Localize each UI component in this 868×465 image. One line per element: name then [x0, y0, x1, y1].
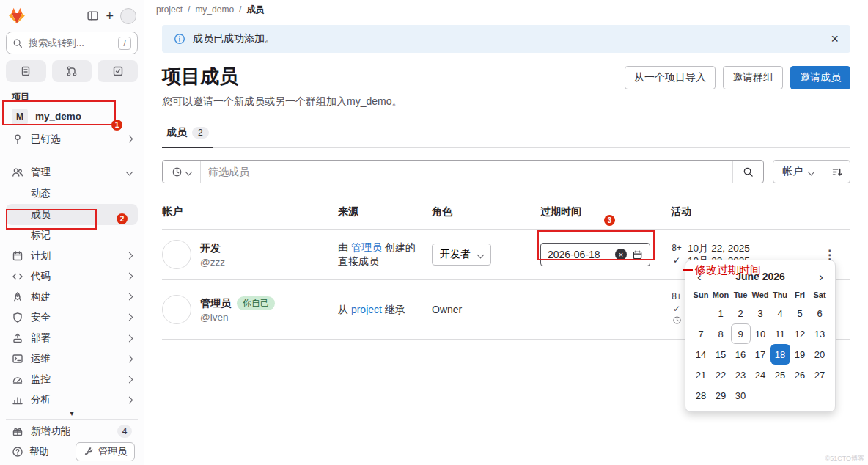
day-cell[interactable]: 8: [711, 323, 731, 344]
weekday-label: Thu: [770, 287, 790, 303]
day-cell[interactable]: 3: [751, 303, 770, 323]
sidebar-item-build[interactable]: 构建: [6, 287, 138, 307]
filter-input-group: [162, 160, 764, 183]
filter-members-input[interactable]: [201, 161, 732, 183]
annotation-pointer-line: [683, 269, 693, 271]
day-cell[interactable]: 20: [810, 344, 830, 365]
filter-search-button[interactable]: [732, 161, 763, 183]
day-cell[interactable]: 12: [790, 323, 810, 344]
import-from-project-button[interactable]: 从一个项目导入: [625, 66, 716, 89]
day-cell[interactable]: 17: [751, 344, 770, 365]
sidebar-item-code[interactable]: 代码: [6, 266, 138, 287]
chevron-right-icon: [126, 136, 133, 143]
day-cell[interactable]: 28: [691, 385, 711, 406]
day-cell[interactable]: 22: [711, 365, 731, 385]
sidebar-item-plan[interactable]: 计划: [6, 246, 138, 266]
day-cell[interactable]: 26: [790, 365, 810, 385]
day-cell[interactable]: 13: [810, 323, 830, 344]
day-cell[interactable]: 25: [770, 365, 790, 385]
day-cell[interactable]: 24: [751, 365, 770, 385]
source-link[interactable]: project: [351, 304, 382, 315]
expiry-date-input[interactable]: 2026-06-18 ×: [540, 243, 650, 266]
whats-new-item[interactable]: 新增功能 4: [6, 421, 138, 442]
invite-member-button[interactable]: 邀请成员: [790, 66, 850, 89]
day-cell[interactable]: 29: [711, 385, 731, 406]
clear-date-icon[interactable]: ×: [615, 249, 627, 260]
day-cell[interactable]: 2: [731, 303, 751, 323]
day-cell[interactable]: 4: [770, 303, 790, 323]
sidebar-item-activity[interactable]: 动态: [6, 183, 138, 204]
tab-members[interactable]: 成员 2: [162, 119, 213, 148]
day-cell[interactable]: 11: [770, 323, 790, 344]
day-cell[interactable]: 19: [790, 344, 810, 365]
day-cell[interactable]: 16: [731, 344, 751, 365]
tabs-bar: 成员 2: [162, 119, 850, 148]
breadcrumb-project[interactable]: project: [156, 4, 183, 15]
wrench-icon: [84, 447, 94, 457]
account-sort-dropdown[interactable]: 帐户: [773, 161, 823, 183]
deploy-label: 部署: [31, 332, 51, 345]
create-new-button[interactable]: +: [106, 10, 114, 23]
help-item[interactable]: 帮助: [12, 445, 49, 458]
annotation-badge-3: 3: [604, 215, 615, 226]
invite-group-button[interactable]: 邀请群组: [723, 66, 783, 89]
role-dropdown[interactable]: 开发者: [432, 244, 491, 266]
role-label: 开发者: [440, 248, 471, 261]
sidebar-item-analyze[interactable]: 分析: [6, 389, 138, 410]
day-cell[interactable]: 6: [810, 303, 830, 323]
rocket-icon: [12, 291, 23, 303]
search-placeholder-text: 搜索或转到...: [29, 37, 84, 50]
project-name-label: my_demo: [35, 111, 81, 122]
gift-icon: [12, 425, 23, 437]
day-cell[interactable]: 27: [810, 365, 830, 385]
day-cell[interactable]: 15: [711, 344, 731, 365]
day-cell[interactable]: 14: [691, 344, 711, 365]
source-link[interactable]: 管理员: [351, 241, 382, 253]
source-text: 由: [338, 241, 351, 253]
todo-shortcut-button[interactable]: [98, 60, 138, 82]
alert-close-icon[interactable]: ×: [831, 32, 839, 45]
merge-requests-shortcut-button[interactable]: [52, 60, 92, 82]
admin-area-button[interactable]: 管理员: [76, 442, 135, 461]
breadcrumb-my-demo[interactable]: my_demo: [195, 4, 234, 15]
issues-icon: [20, 65, 32, 77]
table-header-row: 帐户 来源 角色 过期时间 活动: [162, 195, 850, 230]
calendar-grid: SunMonTueWedThuFriSat1234567891011121314…: [691, 287, 829, 406]
sidebar-item-pinned[interactable]: 已钉选: [6, 128, 138, 150]
day-cell[interactable]: 9: [731, 323, 751, 344]
sidebar-item-operate[interactable]: 运维: [6, 348, 138, 369]
weekday-label: Mon: [711, 287, 731, 303]
day-cell-empty: [810, 385, 830, 406]
member-name[interactable]: 开发: [200, 242, 221, 255]
issues-shortcut-button[interactable]: [6, 60, 46, 82]
day-cell[interactable]: 18: [770, 344, 790, 365]
day-cell[interactable]: 23: [731, 365, 751, 385]
admin-label: 管理员: [98, 445, 127, 458]
calendar-icon[interactable]: [632, 249, 643, 260]
global-search-input[interactable]: 搜索或转到... /: [6, 32, 138, 54]
main-area: project / my_demo / 成员 成员已成功添加。 × 项目成员 从…: [144, 0, 868, 465]
filter-history-button[interactable]: [163, 161, 201, 183]
day-cell[interactable]: 5: [790, 303, 810, 323]
sidebar-item-monitor[interactable]: 监控: [6, 369, 138, 389]
merge-request-icon: [66, 65, 78, 77]
member-name[interactable]: 管理员: [200, 297, 231, 310]
day-cell[interactable]: 1: [711, 303, 731, 323]
chevron-right-icon: [126, 334, 133, 342]
next-month-button[interactable]: ›: [816, 271, 826, 283]
gitlab-logo-icon[interactable]: [7, 7, 26, 25]
day-cell[interactable]: 21: [691, 365, 711, 385]
sidebar-toggle-button[interactable]: [87, 10, 99, 22]
sidebar-item-deploy[interactable]: 部署: [6, 328, 138, 348]
chevron-right-icon: [126, 376, 133, 383]
day-cell[interactable]: 10: [751, 323, 770, 344]
sidebar-item-security[interactable]: 安全: [6, 307, 138, 328]
sort-direction-button[interactable]: [823, 161, 850, 183]
user-avatar[interactable]: [120, 8, 136, 24]
sidebar-item-labels[interactable]: 标记: [6, 225, 138, 246]
day-cell[interactable]: 30: [731, 385, 751, 406]
avatar: [162, 295, 191, 324]
expiry-date-value: 2026-06-18: [548, 249, 610, 260]
sidebar-item-manage[interactable]: 管理: [6, 161, 138, 183]
day-cell[interactable]: 7: [691, 323, 711, 344]
